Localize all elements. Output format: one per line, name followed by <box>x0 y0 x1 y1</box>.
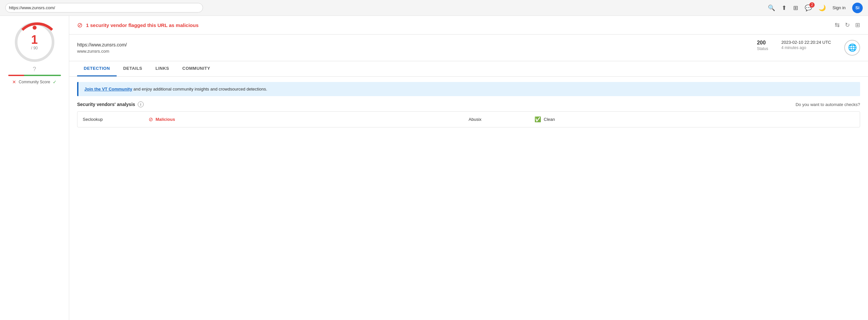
globe-icon[interactable]: 🌐 <box>844 40 860 56</box>
score-dot <box>33 26 37 30</box>
right-content: ⊘ 1 security vendor flagged this URL as … <box>69 16 868 320</box>
signin-avatar[interactable]: Si <box>852 3 863 13</box>
time-block: 2023-02-10 22:20:24 UTC 4 minutes ago <box>781 40 831 50</box>
url-info: https://www.zunsrs.com/ www.zunsrs.com 2… <box>69 35 868 61</box>
security-title-wrap: Security vendors' analysis i <box>77 101 144 107</box>
status-clean-text: Clean <box>544 117 555 122</box>
join-link[interactable]: Join the VT Community <box>84 86 132 92</box>
url-details: https://www.zunsrs.com/ www.zunsrs.com <box>77 42 127 54</box>
alert-text: 1 security vendor flagged this URL as ma… <box>86 23 199 28</box>
chat-badge: 2 <box>809 2 815 8</box>
score-number: 1 <box>31 34 37 46</box>
url-domain: www.zunsrs.com <box>77 49 127 54</box>
community-score-check-icon[interactable]: ✓ <box>53 79 57 84</box>
score-circle-wrapper: 1 / 90 <box>15 23 54 62</box>
alert-left: ⊘ 1 security vendor flagged this URL as … <box>77 21 199 29</box>
status-label: Status <box>757 46 768 51</box>
browser-icon-group: 🔍 ⬆ ⊞ 💬 2 🌙 Sign in Si <box>768 3 863 13</box>
time-utc: 2023-02-10 22:20:24 UTC <box>781 40 831 45</box>
vendor-name-abusix: Abusix <box>469 117 534 122</box>
join-banner-body: and enjoy additional community insights … <box>132 86 267 92</box>
score-total: / 90 <box>31 46 37 50</box>
community-score-label: Community Score <box>19 80 50 84</box>
browser-chrome: 🔍 ⬆ ⊞ 💬 2 🌙 Sign in Si <box>0 0 868 16</box>
chat-icon-wrap[interactable]: 💬 2 <box>805 4 812 11</box>
tab-details[interactable]: DETAILS <box>117 61 149 76</box>
alert-bar: ⊘ 1 security vendor flagged this URL as … <box>69 16 868 35</box>
vendor-status-abusix: ✅ Clean <box>534 116 855 122</box>
main-container: 1 / 90 ? ✕ Community Score ✓ ⊘ 1 securit… <box>0 16 868 320</box>
community-score-row: ✕ Community Score ✓ <box>12 79 57 84</box>
status-block: 200 Status <box>757 40 768 51</box>
community-score-x-icon[interactable]: ✕ <box>12 79 16 84</box>
info-icon[interactable]: i <box>138 101 144 107</box>
status-malicious-text: Malicious <box>156 117 175 122</box>
time-ago: 4 minutes ago <box>781 45 831 50</box>
url-meta: 200 Status 2023-02-10 22:20:24 UTC 4 min… <box>757 40 860 56</box>
table-row: Seclookup ⊘ Malicious Abusix ✅ Clean <box>78 112 860 127</box>
moon-icon[interactable]: 🌙 <box>818 4 826 11</box>
url-main: https://www.zunsrs.com/ <box>77 42 127 47</box>
security-section: Security vendors' analysis i Do you want… <box>69 101 868 128</box>
security-title: Security vendors' analysis <box>77 102 135 107</box>
left-sidebar: 1 / 90 ? ✕ Community Score ✓ <box>0 16 69 320</box>
score-bar <box>8 75 61 76</box>
vendor-table: Seclookup ⊘ Malicious Abusix ✅ Clean <box>77 111 860 128</box>
automate-text: Do you want to automate checks? <box>796 102 860 107</box>
join-banner: Join the VT Community and enjoy addition… <box>77 82 860 96</box>
status-code: 200 <box>757 40 766 46</box>
malicious-circle-icon: ⊘ <box>149 116 153 122</box>
tabs: DETECTION DETAILS LINKS COMMUNITY <box>69 61 868 77</box>
grid-icon[interactable]: ⊞ <box>793 4 798 11</box>
alert-circle-icon: ⊘ <box>77 21 83 29</box>
clean-check-circle-icon: ✅ <box>534 116 541 122</box>
score-circle: 1 / 90 <box>15 23 54 62</box>
security-header: Security vendors' analysis i Do you want… <box>77 101 860 107</box>
search-icon[interactable]: 🔍 <box>768 4 775 11</box>
address-bar[interactable] <box>5 3 203 12</box>
tab-links[interactable]: LINKS <box>149 61 176 76</box>
upload-icon[interactable]: ⬆ <box>782 4 786 11</box>
compare-icon[interactable]: ⇆ <box>835 22 840 29</box>
qr-icon[interactable]: ⊞ <box>855 22 860 29</box>
tab-community[interactable]: COMMUNITY <box>176 61 217 76</box>
tab-detection[interactable]: DETECTION <box>77 61 117 76</box>
refresh-icon[interactable]: ↻ <box>845 22 850 29</box>
alert-actions: ⇆ ↻ ⊞ <box>835 22 860 29</box>
vendor-name-seclookup: Seclookup <box>83 117 149 122</box>
signin-text[interactable]: Sign in <box>832 5 845 10</box>
vendor-status-seclookup: ⊘ Malicious <box>149 116 469 122</box>
